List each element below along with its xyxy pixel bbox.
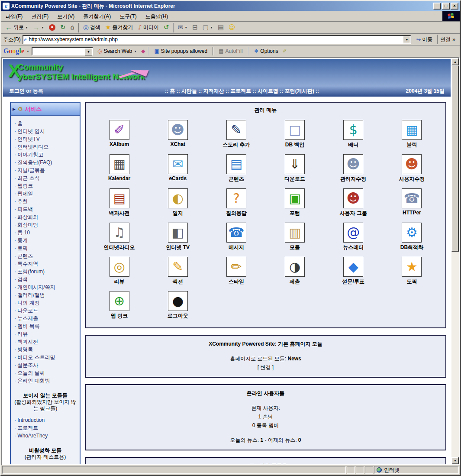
admin-item-label[interactable]: 모듈 <box>290 244 300 251</box>
admin-item-label[interactable]: 인터넷 TV <box>166 244 190 251</box>
sidebar-link[interactable]: 특수지역 <box>14 260 78 268</box>
admin-menu-item[interactable]: @ 뉴스레터 <box>327 223 379 251</box>
admin-item-label[interactable]: XAlbum <box>110 141 129 147</box>
mail-button[interactable]: ✉ ▼ <box>176 23 190 33</box>
admin-item-label[interactable]: 다운로드 <box>284 175 305 183</box>
admin-menu-item[interactable]: ☎ HTTPer <box>386 188 438 217</box>
admin-item-label[interactable]: 섹션 <box>173 278 183 285</box>
go-button[interactable]: ↪ 이동 <box>413 35 435 44</box>
admin-item-label[interactable]: 관리자수정 <box>340 175 366 183</box>
admin-menu-item[interactable]: □ DB 백업 <box>269 120 321 149</box>
sidebar-link[interactable]: 질의응답(FAQ) <box>14 159 78 166</box>
admin-item-label[interactable]: 질의응답 <box>226 210 247 217</box>
google-search-dropdown-icon[interactable]: ▼ <box>85 48 92 55</box>
admin-item-label[interactable]: 배너 <box>348 141 358 149</box>
home-button[interactable]: ⌂ <box>68 23 77 33</box>
admin-item-label[interactable]: DB 백업 <box>285 141 305 149</box>
admin-menu-item[interactable]: ✎ 섹션 <box>152 257 204 285</box>
sidebar-link[interactable]: 포럼(forum) <box>14 268 78 275</box>
address-url[interactable]: http://www.xybersystem.net/admin.php <box>29 36 117 42</box>
admin-item-label[interactable]: 뉴스레터 <box>343 244 364 251</box>
history-button[interactable]: ↺ <box>161 23 171 33</box>
admin-menu-item[interactable]: ☻ XChat <box>152 120 204 149</box>
admin-menu-item[interactable]: ✏ 스타일 <box>210 257 262 285</box>
scroll-up-icon[interactable]: ▲ <box>451 58 459 65</box>
admin-menu-item[interactable]: ☎ 메시지 <box>210 223 262 251</box>
highlighter-icon[interactable]: ✐ <box>283 48 287 54</box>
sidebar-link[interactable]: 최근 소식 <box>14 174 78 182</box>
sidebar-link[interactable]: 인터넷라디오 <box>14 143 78 151</box>
admin-menu-item[interactable]: ▥ 모듈 <box>269 223 321 251</box>
sidebar-link[interactable]: 멤버 목록 <box>14 322 78 330</box>
sidebar-link[interactable]: 콘텐츠 <box>14 252 78 260</box>
admin-item-label[interactable]: 사용자수정 <box>399 175 425 183</box>
admin-menu-item[interactable]: ⊕ 웹 링크 <box>93 291 145 320</box>
admin-item-label[interactable]: 인터넷라디오 <box>104 244 135 251</box>
sidebar-link[interactable]: 화상회의 <box>14 213 78 221</box>
sidebar-link[interactable]: 개인메시지/쪽지 <box>14 283 78 291</box>
admin-item-label[interactable]: 제출 <box>290 278 300 285</box>
admin-item-label[interactable]: 콘텐츠 <box>229 175 244 183</box>
admin-item-label[interactable]: DB최적화 <box>400 244 423 251</box>
admin-menu-item[interactable]: ◐ 일지 <box>152 188 204 217</box>
admin-menu-item[interactable]: ✐ XAlbum <box>93 120 145 149</box>
admin-item-label[interactable]: 백과사전 <box>109 210 130 217</box>
google-dropdown-icon[interactable]: ▼ <box>26 50 29 53</box>
sidebar-link[interactable]: 뉴스제출 <box>14 314 78 322</box>
admin-item-label[interactable]: Kalendar <box>108 175 130 181</box>
sidebar-link[interactable]: 백과사전 <box>14 338 78 346</box>
options-button[interactable]: ❖ Options <box>252 47 280 55</box>
google-search-input[interactable]: ▼ <box>32 47 93 55</box>
admin-menu-item[interactable]: ? 질의응답 <box>210 188 262 217</box>
scrollbar-thumb[interactable] <box>451 65 459 252</box>
sidebar-link[interactable]: 설문조사 <box>14 361 78 369</box>
search-button[interactable]: ◎ 검색 <box>81 23 103 33</box>
popup-blocker-button[interactable]: ▣ Site popups allowed <box>152 47 210 55</box>
sidebar-link[interactable]: 온라인 대화방 <box>14 377 78 385</box>
admin-menu-item[interactable]: ▤ 콘텐츠 <box>210 154 262 183</box>
vertical-scrollbar[interactable]: ▲ ▼ <box>451 58 459 464</box>
forward-button[interactable]: → ▼ <box>31 23 46 33</box>
edit-dropdown-icon[interactable]: ▼ <box>210 26 213 29</box>
menu-item[interactable]: 도움말(H) <box>141 11 173 21</box>
admin-menu-item[interactable]: ✎ 스토리 추가 <box>210 120 262 149</box>
sidebar-link[interactable]: 오늘의 날씨 <box>14 369 78 377</box>
change-module-link[interactable]: [ 변경 ] <box>89 363 442 372</box>
sidebar-link[interactable]: 토픽 <box>14 244 78 252</box>
admin-item-label[interactable]: 포럼 <box>290 210 300 217</box>
mail-dropdown-icon[interactable]: ▼ <box>184 26 187 29</box>
sidebar-link[interactable]: 나의 계정 <box>14 299 78 307</box>
pagerank-icon[interactable]: ◆ <box>141 48 145 54</box>
google-logo[interactable]: Google <box>3 47 24 55</box>
admin-menu-item[interactable]: ☻ 사용자수정 <box>386 154 438 183</box>
scroll-down-icon[interactable]: ▼ <box>451 457 459 464</box>
edit-button[interactable]: ▢ ▼ <box>200 23 215 33</box>
sidebar-link[interactable]: 홈 <box>14 120 78 127</box>
admin-item-label[interactable]: eCards <box>169 175 187 181</box>
sidebar-link[interactable]: 추천 <box>14 198 78 205</box>
admin-menu-item[interactable]: ● 로그아웃 <box>152 291 204 320</box>
admin-menu-item[interactable]: ✉ eCards <box>152 154 204 183</box>
menu-item[interactable]: 도구(T) <box>115 11 141 21</box>
admin-menu-item[interactable]: ▦ Kalendar <box>93 154 145 183</box>
minimize-button[interactable]: _ <box>433 3 441 10</box>
admin-menu-item[interactable]: ▣ 포럼 <box>269 188 321 217</box>
menu-item[interactable]: 보기(V) <box>53 11 79 21</box>
refresh-button[interactable]: ↻ <box>58 23 68 33</box>
sidebar-link[interactable]: 웹메일 <box>14 190 78 198</box>
autofill-button[interactable]: ▤ AutoFill <box>216 47 245 55</box>
login-register-link[interactable]: 로그인 or 등록 <box>9 87 109 95</box>
sidebar-link[interactable]: 비디오 스트리밍 <box>14 353 78 361</box>
nav-links[interactable]: :: 홈 :: 사람들 :: 지적재산 :: 프로젝트 :: 사이트맵 :: 포… <box>109 87 375 95</box>
stop-button[interactable]: × <box>47 23 58 33</box>
admin-item-label[interactable]: 블럭 <box>406 141 417 149</box>
sidebar-link[interactable]: 웹링크 <box>14 182 78 190</box>
sidebar-link[interactable]: WhoAreThey <box>14 432 78 440</box>
admin-menu-item[interactable]: ▦ 블럭 <box>386 120 438 149</box>
admin-item-label[interactable]: 토픽 <box>406 278 417 285</box>
sidebar-link[interactable]: 방명록 <box>14 346 78 353</box>
sidebar-link[interactable]: 리뷰 <box>14 330 78 338</box>
admin-menu-item[interactable]: ♫ 인터넷라디오 <box>93 223 145 251</box>
admin-item-label[interactable]: 사용자 그룹 <box>340 210 367 217</box>
admin-menu-item[interactable]: ⇓ 다운로드 <box>269 154 321 183</box>
